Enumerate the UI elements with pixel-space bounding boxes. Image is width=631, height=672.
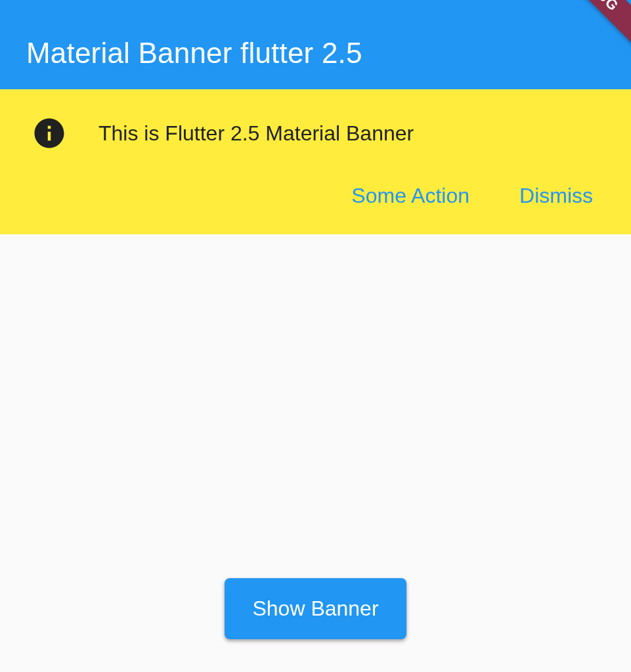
banner-message: This is Flutter 2.5 Material Banner [98,121,414,146]
app-bar: Material Banner flutter 2.5 [0,0,631,89]
dismiss-button[interactable]: Dismiss [514,181,598,211]
material-banner: This is Flutter 2.5 Material Banner Some… [0,89,631,234]
banner-actions: Some Action Dismiss [32,181,599,215]
app-bar-title: Material Banner flutter 2.5 [26,37,362,70]
main-content: Show Banner [0,578,631,639]
some-action-button[interactable]: Some Action [346,181,475,211]
show-banner-button[interactable]: Show Banner [225,578,406,639]
banner-content-row: This is Flutter 2.5 Material Banner [32,116,599,151]
info-icon [32,116,67,151]
